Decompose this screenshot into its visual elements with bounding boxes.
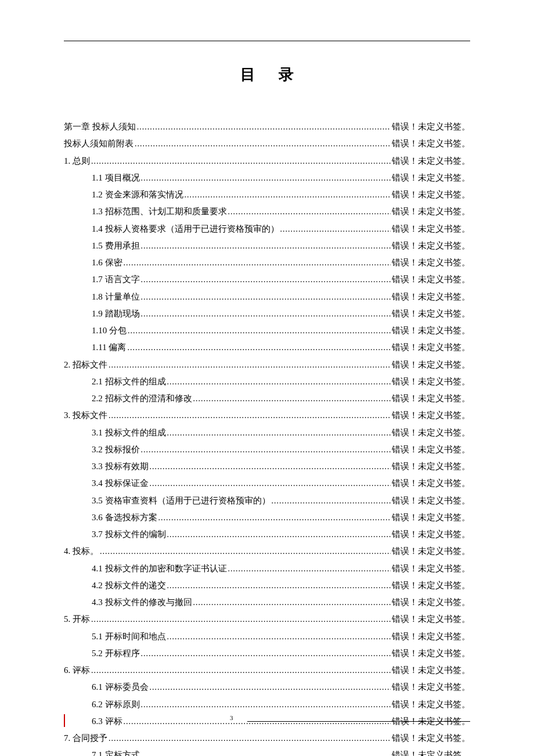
toc-row: 3.2 投标报价错误！未定义书签。: [64, 441, 470, 458]
toc-label: 7. 合同授予: [64, 730, 107, 747]
toc-label: 6. 评标: [64, 662, 90, 679]
toc-label: 1.7 语言文字: [92, 271, 140, 288]
toc-page-ref: 错误！未定义书签。: [392, 543, 470, 560]
toc-row: 4.1 投标文件的加密和数字证书认证错误！未定义书签。: [64, 560, 470, 577]
toc-label: 1. 总则: [64, 153, 90, 170]
toc-leader-dots: [272, 492, 391, 509]
toc-label: 5. 开标: [64, 611, 90, 628]
toc-page-ref: 错误！未定义书签。: [392, 118, 470, 135]
toc-page-ref: 错误！未定义书签。: [392, 357, 470, 373]
toc-page-ref: 错误！未定义书签。: [392, 645, 470, 662]
toc-row: 3.7 投标文件的编制错误！未定义书签。: [64, 526, 470, 543]
toc-label: 2.2 招标文件的澄清和修改: [92, 390, 192, 407]
toc-page-ref: 错误！未定义书签。: [392, 458, 470, 475]
toc-row: 3.5 资格审查资料（适用于已进行资格预审的）错误！未定义书签。: [64, 492, 470, 509]
toc-page-ref: 错误！未定义书签。: [392, 730, 470, 747]
toc-label: 1.10 分包: [92, 322, 127, 339]
toc-page-ref: 错误！未定义书签。: [392, 170, 470, 186]
toc-row: 1.11 偏离错误！未定义书签。: [64, 339, 470, 356]
toc-page-ref: 错误！未定义书签。: [392, 424, 470, 441]
toc-page-ref: 错误！未定义书签。: [392, 373, 470, 390]
toc-leader-dots: [141, 237, 391, 254]
toc-label: 3.6 备选投标方案: [92, 509, 157, 526]
toc-leader-dots: [167, 526, 391, 543]
toc-leader-dots: [141, 305, 391, 322]
toc-row: 3.3 投标有效期错误！未定义书签。: [64, 458, 470, 475]
toc-row: 1.7 语言文字错误！未定义书签。: [64, 271, 470, 288]
toc-page-ref: 错误！未定义书签。: [392, 390, 470, 407]
toc-leader-dots: [128, 322, 391, 339]
toc-row: 7. 合同授予错误！未定义书签。: [64, 730, 470, 747]
toc-page-ref: 错误！未定义书签。: [392, 135, 470, 152]
toc-label: 1.4 投标人资格要求（适用于已进行资格预审的）: [92, 221, 279, 237]
toc-row: 1.2 资金来源和落实情况错误！未定义书签。: [64, 186, 470, 203]
toc-label: 2.1 招标文件的组成: [92, 373, 166, 390]
toc-leader-dots: [150, 458, 391, 475]
toc-leader-dots: [109, 357, 391, 373]
toc-row: 4.2 投标文件的递交错误！未定义书签。: [64, 577, 470, 594]
toc-label: 3.7 投标文件的编制: [92, 526, 166, 543]
page-footer: 3: [0, 714, 534, 727]
toc-row: 第一章 投标人须知错误！未定义书签。: [64, 118, 470, 135]
toc-label: 1.9 踏勘现场: [92, 305, 140, 322]
toc-label: 1.11 偏离: [92, 339, 126, 356]
toc-row: 1.1 项目概况错误！未定义书签。: [64, 170, 470, 186]
toc-page-ref: 错误！未定义书签。: [392, 441, 470, 458]
toc-page-ref: 错误！未定义书签。: [392, 322, 470, 339]
toc-leader-dots: [109, 730, 391, 747]
toc-leader-dots: [150, 475, 391, 492]
toc-label: 7.1 定标方式: [92, 747, 140, 756]
toc-row: 2. 招标文件错误！未定义书签。: [64, 357, 470, 373]
toc-leader-dots: [167, 424, 391, 441]
toc-row: 6.1 评标委员会错误！未定义书签。: [64, 679, 470, 696]
toc-leader-dots: [124, 254, 391, 271]
toc-leader-dots: [193, 390, 391, 407]
toc-page-ref: 错误！未定义书签。: [392, 611, 470, 628]
toc-label: 第一章 投标人须知: [64, 118, 136, 135]
toc-leader-dots: [141, 289, 391, 305]
toc-label: 投标人须知前附表: [64, 135, 134, 152]
top-rule: [64, 41, 470, 41]
toc-page-ref: 错误！未定义书签。: [392, 221, 470, 237]
toc-leader-dots: [141, 747, 391, 756]
toc-label: 4.2 投标文件的递交: [92, 577, 166, 594]
toc-page-ref: 错误！未定义书签。: [392, 339, 470, 356]
toc-leader-dots: [137, 118, 391, 135]
toc-page-ref: 错误！未定义书签。: [392, 526, 470, 543]
toc-leader-dots: [91, 153, 391, 170]
toc-row: 1. 总则错误！未定义书签。: [64, 153, 470, 170]
toc-label: 4.1 投标文件的加密和数字证书认证: [92, 560, 227, 577]
footer-revision-mark: [64, 714, 65, 727]
toc-label: 4.3 投标文件的修改与撤回: [92, 594, 192, 611]
toc-row: 1.9 踏勘现场错误！未定义书签。: [64, 305, 470, 322]
toc-leader-dots: [280, 221, 391, 237]
toc-leader-dots: [141, 170, 391, 186]
toc-label: 1.5 费用承担: [92, 237, 140, 254]
toc-row: 5.1 开标时间和地点错误！未定义书签。: [64, 628, 470, 645]
toc-row: 3.6 备选投标方案错误！未定义书签。: [64, 509, 470, 526]
toc-label: 2. 招标文件: [64, 357, 107, 373]
toc-page-ref: 错误！未定义书签。: [392, 662, 470, 679]
toc-page-ref: 错误！未定义书签。: [392, 679, 470, 696]
toc-page-ref: 错误！未定义书签。: [392, 492, 470, 509]
toc-page-ref: 错误！未定义书签。: [392, 407, 470, 424]
toc-leader-dots: [91, 662, 391, 679]
toc-page-ref: 错误！未定义书签。: [392, 305, 470, 322]
toc-label: 5.1 开标时间和地点: [92, 628, 166, 645]
toc-leader-dots: [167, 628, 391, 645]
document-page: 目录 第一章 投标人须知错误！未定义书签。投标人须知前附表错误！未定义书签。1.…: [0, 0, 534, 756]
toc-leader-dots: [185, 186, 391, 203]
toc-leader-dots: [141, 441, 391, 458]
toc-label: 6.2 评标原则: [92, 696, 140, 713]
toc-row: 6. 评标错误！未定义书签。: [64, 662, 470, 679]
toc-label: 1.2 资金来源和落实情况: [92, 186, 183, 203]
toc-page-ref: 错误！未定义书签。: [392, 271, 470, 288]
toc-leader-dots: [150, 679, 391, 696]
toc-page-ref: 错误！未定义书签。: [392, 203, 470, 220]
toc-label: 1.1 项目概况: [92, 170, 140, 186]
toc-row: 1.4 投标人资格要求（适用于已进行资格预审的）错误！未定义书签。: [64, 221, 470, 237]
page-number: 3: [228, 714, 236, 721]
toc-leader-dots: [141, 271, 391, 288]
toc-leader-dots: [158, 509, 391, 526]
toc-page-ref: 错误！未定义书签。: [392, 594, 470, 611]
